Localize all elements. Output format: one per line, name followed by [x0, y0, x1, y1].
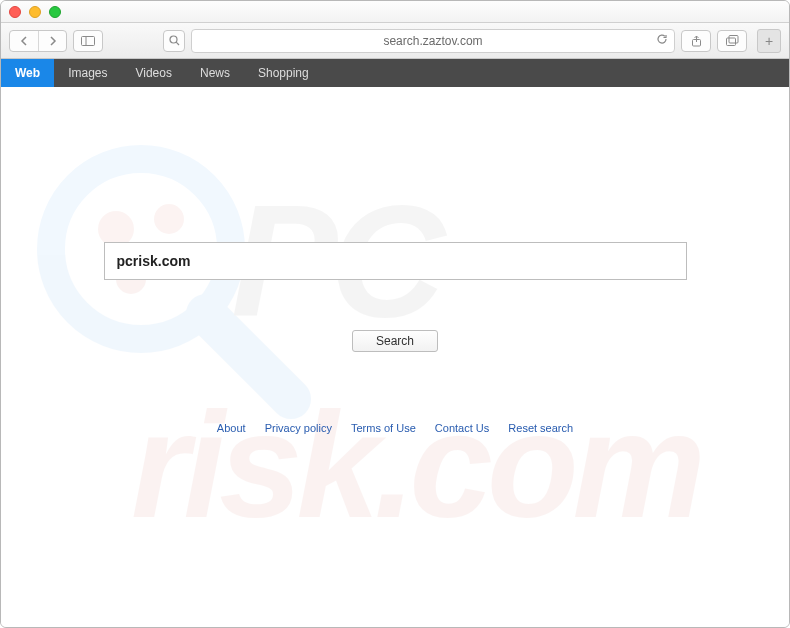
nav-label: Videos [135, 66, 171, 80]
footer-link-about[interactable]: About [217, 422, 246, 434]
svg-point-10 [154, 204, 184, 234]
browser-window: search.zaztov.com + Web Images Videos Ne… [0, 0, 790, 628]
browser-toolbar: search.zaztov.com + [1, 23, 789, 59]
reload-button[interactable] [656, 33, 668, 48]
share-icon [691, 35, 702, 47]
sidebar-toggle-button[interactable] [73, 30, 103, 52]
watermark-text-2: risk.com [131, 379, 700, 552]
fullscreen-window-button[interactable] [49, 6, 61, 18]
chevron-left-icon [20, 36, 28, 46]
share-button[interactable] [681, 30, 711, 52]
search-area: Search [104, 242, 687, 352]
minimize-window-button[interactable] [29, 6, 41, 18]
address-bar-text: search.zaztov.com [383, 34, 482, 48]
watermark: PC risk.com [1, 109, 789, 627]
nav-tab-videos[interactable]: Videos [121, 59, 185, 87]
nav-back-forward-group [9, 30, 67, 52]
back-button[interactable] [10, 31, 38, 51]
close-window-button[interactable] [9, 6, 21, 18]
footer-link-privacy[interactable]: Privacy policy [265, 422, 332, 434]
address-bar[interactable]: search.zaztov.com [191, 29, 675, 53]
svg-point-2 [170, 36, 177, 43]
footer-link-contact[interactable]: Contact Us [435, 422, 489, 434]
nav-tab-news[interactable]: News [186, 59, 244, 87]
search-icon [169, 35, 180, 46]
tabs-icon [726, 35, 739, 46]
smart-search-button[interactable] [163, 30, 185, 52]
page-content: Web Images Videos News Shopping PC risk.… [1, 59, 789, 627]
footer-links: About Privacy policy Terms of Use Contac… [1, 422, 789, 434]
chevron-right-icon [49, 36, 57, 46]
nav-tab-shopping[interactable]: Shopping [244, 59, 323, 87]
svg-line-3 [176, 42, 179, 45]
forward-button[interactable] [38, 31, 66, 51]
window-titlebar [1, 1, 789, 23]
plus-icon: + [765, 33, 773, 49]
nav-label: Web [15, 66, 40, 80]
traffic-lights [9, 6, 61, 18]
tabs-button[interactable] [717, 30, 747, 52]
svg-rect-5 [726, 38, 735, 46]
reload-icon [656, 33, 668, 45]
nav-label: Shopping [258, 66, 309, 80]
svg-rect-0 [82, 36, 95, 45]
search-button-row: Search [104, 330, 687, 352]
new-tab-button[interactable]: + [757, 29, 781, 53]
svg-rect-6 [729, 36, 738, 44]
footer-link-terms[interactable]: Terms of Use [351, 422, 416, 434]
search-button[interactable]: Search [352, 330, 438, 352]
footer-link-reset[interactable]: Reset search [508, 422, 573, 434]
sidebar-icon [81, 36, 95, 46]
toolbar-right: + [681, 29, 781, 53]
address-bar-wrap: search.zaztov.com [191, 29, 675, 53]
search-nav: Web Images Videos News Shopping [1, 59, 789, 87]
nav-tab-images[interactable]: Images [54, 59, 121, 87]
nav-label: News [200, 66, 230, 80]
nav-label: Images [68, 66, 107, 80]
search-input[interactable] [104, 242, 687, 280]
nav-tab-web[interactable]: Web [1, 59, 54, 87]
